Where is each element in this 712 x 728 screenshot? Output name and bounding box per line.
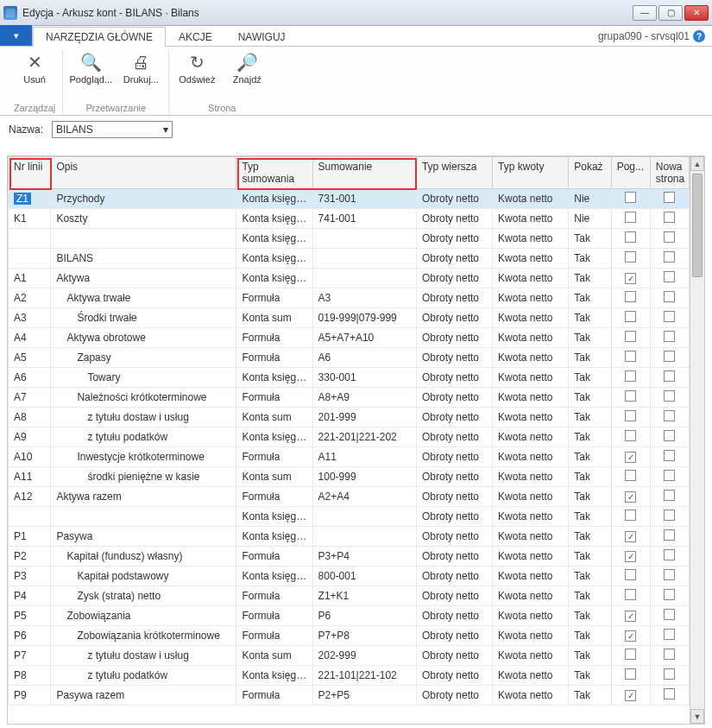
table-row[interactable]: P8z tytułu podatkówKonta księgo...221-10… [9, 666, 690, 686]
cell-opis[interactable]: Inwestycje krótkoterminowe [51, 447, 236, 467]
cell-opis[interactable]: Aktywa trwałe [51, 288, 236, 308]
cell-pog[interactable] [611, 567, 650, 586]
cell-opis[interactable]: Zapasy [51, 348, 236, 368]
cell-nr[interactable]: A4 [9, 328, 51, 348]
checkbox-icon[interactable] [625, 470, 636, 481]
cell-nr[interactable]: A6 [9, 368, 51, 388]
cell-pog[interactable] [611, 427, 650, 447]
cell-nowa[interactable] [650, 368, 689, 388]
checkbox-icon[interactable] [664, 688, 675, 700]
cell-typ-kwoty[interactable]: Kwota netto [493, 586, 569, 606]
cell-pog[interactable] [611, 348, 650, 368]
cell-typ-sumowania[interactable]: Konta sum [236, 308, 312, 328]
cell-nowa[interactable] [650, 408, 689, 427]
cell-sumowanie[interactable]: P6 [312, 606, 416, 626]
checkbox-icon[interactable]: ✓ [625, 491, 636, 503]
help-icon[interactable]: ? [693, 30, 705, 42]
col-pogrubienie[interactable]: Pog... [611, 157, 650, 189]
table-row[interactable]: K1KosztyKonta księgo...741-001Obroty net… [9, 209, 690, 229]
cell-typ-wiersza[interactable]: Obroty netto [416, 427, 492, 447]
cell-nowa[interactable] [650, 487, 689, 507]
checkbox-icon[interactable] [664, 450, 675, 461]
checkbox-icon[interactable] [664, 629, 675, 640]
cell-typ-kwoty[interactable]: Kwota netto [493, 467, 569, 487]
cell-typ-kwoty[interactable]: Kwota netto [493, 646, 569, 666]
table-row[interactable]: A12Aktywa razemFormułaA2+A4Obroty nettoK… [9, 487, 690, 507]
cell-pokaz[interactable]: Tak [569, 288, 611, 308]
cell-nr[interactable]: P7 [9, 646, 51, 666]
cell-nowa[interactable] [650, 308, 689, 328]
table-row[interactable]: A3Środki trwałeKonta sum019-999|079-999O… [9, 308, 690, 328]
cell-sumowanie[interactable] [312, 507, 416, 527]
minimize-button[interactable]: — [633, 5, 657, 21]
cell-typ-sumowania[interactable]: Formuła [236, 328, 312, 348]
cell-sumowanie[interactable]: 330-001 [312, 368, 416, 388]
checkbox-icon[interactable] [664, 212, 675, 223]
cell-pokaz[interactable]: Tak [569, 229, 611, 249]
cell-typ-kwoty[interactable]: Kwota netto [493, 229, 569, 249]
cell-pokaz[interactable]: Tak [569, 408, 611, 427]
cell-opis[interactable]: Towary [51, 368, 236, 388]
cell-pokaz[interactable]: Tak [569, 467, 611, 487]
checkbox-icon[interactable] [664, 390, 675, 402]
checkbox-icon[interactable] [664, 251, 675, 263]
cell-pokaz[interactable]: Tak [569, 606, 611, 626]
checkbox-icon[interactable] [625, 569, 636, 580]
cell-sumowanie[interactable]: A3 [312, 288, 416, 308]
cell-opis[interactable]: z tytułu dostaw i usług [51, 646, 236, 666]
checkbox-icon[interactable] [664, 510, 675, 521]
cell-sumowanie[interactable]: 100-999 [312, 467, 416, 487]
cell-pokaz[interactable]: Tak [569, 269, 611, 288]
checkbox-icon[interactable] [625, 351, 636, 362]
cell-opis[interactable]: BILANS [51, 249, 236, 269]
cell-typ-sumowania[interactable]: Formuła [236, 388, 312, 408]
cell-opis[interactable]: Koszty [51, 209, 236, 229]
cell-pog[interactable] [611, 586, 650, 606]
table-row[interactable]: P1PasywaKonta księgo...Obroty nettoKwota… [9, 527, 690, 547]
cell-opis[interactable]: Zysk (strata) netto [51, 586, 236, 606]
tab-akcje[interactable]: AKCJE [166, 27, 225, 47]
checkbox-icon[interactable] [664, 192, 675, 203]
table-row[interactable]: A10Inwestycje krótkoterminoweFormułaA11O… [9, 447, 690, 467]
col-pokaz[interactable]: Pokaż [569, 157, 611, 189]
cell-opis[interactable]: Zobowiązania [51, 606, 236, 626]
cell-typ-wiersza[interactable]: Obroty netto [416, 666, 492, 686]
cell-opis[interactable]: Aktywa razem [51, 487, 236, 507]
checkbox-icon[interactable] [664, 549, 675, 560]
cell-typ-wiersza[interactable]: Obroty netto [416, 606, 492, 626]
cell-sumowanie[interactable]: A8+A9 [312, 388, 416, 408]
checkbox-icon[interactable] [664, 271, 675, 282]
checkbox-icon[interactable]: ✓ [625, 630, 636, 642]
checkbox-icon[interactable] [664, 589, 675, 600]
cell-sumowanie[interactable] [312, 269, 416, 288]
checkbox-icon[interactable] [625, 251, 636, 263]
cell-typ-sumowania[interactable]: Formuła [236, 606, 312, 626]
cell-pog[interactable]: ✓ [611, 547, 650, 567]
cell-pokaz[interactable]: Tak [569, 447, 611, 467]
table-row[interactable]: A1AktywaKonta księgo...Obroty nettoKwota… [9, 269, 690, 288]
table-row[interactable]: P7z tytułu dostaw i usługKonta sum202-99… [9, 646, 690, 666]
col-typ-kwoty[interactable]: Typ kwoty [493, 157, 569, 189]
checkbox-icon[interactable] [664, 291, 675, 302]
cell-pog[interactable]: ✓ [611, 487, 650, 507]
cell-typ-kwoty[interactable]: Kwota netto [493, 408, 569, 427]
grid-scroll[interactable]: Nr linii Opis Typ sumowania Sumowanie Ty… [8, 156, 690, 724]
cell-pog[interactable]: ✓ [611, 686, 650, 706]
table-row[interactable]: Konta księgo...Obroty nettoKwota nettoTa… [9, 229, 690, 249]
maximize-button[interactable]: ▢ [658, 5, 683, 21]
cell-nowa[interactable] [650, 328, 689, 348]
cell-opis[interactable]: Środki trwałe [51, 308, 236, 328]
cell-opis[interactable]: z tytułu podatków [51, 666, 236, 686]
checkbox-icon[interactable]: ✓ [625, 690, 636, 701]
cell-nr[interactable]: A10 [9, 447, 51, 467]
cell-pog[interactable] [611, 467, 650, 487]
cell-pokaz[interactable]: Tak [569, 527, 611, 547]
vertical-scrollbar[interactable]: ▲ ▼ [690, 156, 704, 724]
cell-pokaz[interactable]: Tak [569, 586, 611, 606]
cell-pokaz[interactable]: Tak [569, 567, 611, 586]
cell-typ-kwoty[interactable]: Kwota netto [493, 348, 569, 368]
cell-nowa[interactable] [650, 288, 689, 308]
checkbox-icon[interactable] [664, 410, 675, 421]
cell-nowa[interactable] [650, 209, 689, 229]
cell-pokaz[interactable]: Tak [569, 308, 611, 328]
